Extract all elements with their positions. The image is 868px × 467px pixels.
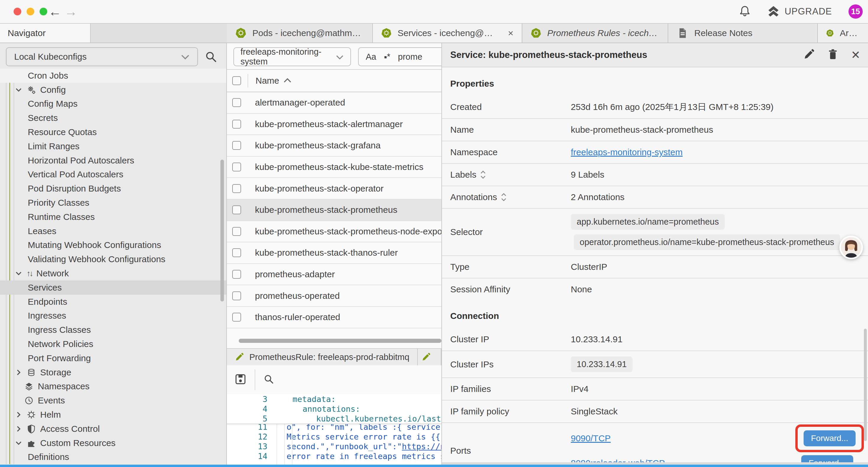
sidebar-item-access-control[interactable]: Access Control bbox=[0, 422, 227, 436]
row-checkbox[interactable] bbox=[232, 184, 241, 193]
sidebar-item-validating-webhook-configurations[interactable]: Validating Webhook Configurations bbox=[0, 252, 227, 266]
chevron-down-icon[interactable] bbox=[15, 86, 23, 94]
sidebar-item-events[interactable]: Events bbox=[0, 393, 227, 408]
sidebar-item-limit-ranges[interactable]: Limit Ranges bbox=[0, 139, 227, 153]
sidebar-item-helm[interactable]: Helm bbox=[0, 408, 227, 422]
notifications-bell-icon[interactable] bbox=[739, 5, 751, 18]
horizontal-scrollbar[interactable] bbox=[239, 339, 441, 343]
sidebar-item-custom-resources[interactable]: Custom Resources bbox=[0, 436, 227, 450]
chevron-right-icon[interactable] bbox=[15, 411, 23, 418]
forward-button[interactable]: Forward... bbox=[804, 430, 856, 446]
table-row[interactable]: kube-prometheus-stack-thanos-ruler bbox=[227, 242, 441, 264]
chevron-down-icon[interactable] bbox=[15, 439, 23, 447]
delete-icon[interactable] bbox=[827, 49, 838, 61]
table-row[interactable]: kube-prometheus-stack-grafana bbox=[227, 135, 441, 157]
sort-updown-icon[interactable] bbox=[480, 171, 486, 179]
editor-search-icon[interactable] bbox=[263, 373, 275, 386]
chevron-down-icon[interactable] bbox=[15, 269, 23, 277]
sort-updown-icon[interactable] bbox=[500, 193, 507, 201]
sidebar-item-ingress-classes[interactable]: Ingress Classes bbox=[0, 323, 227, 337]
back-icon[interactable]: ← bbox=[49, 4, 61, 19]
sidebar-item-runtime-classes[interactable]: Runtime Classes bbox=[0, 210, 227, 224]
editor-tab-partial[interactable] bbox=[418, 349, 441, 365]
sidebar-item-network[interactable]: ↑↓Network bbox=[0, 266, 227, 281]
notification-count-badge[interactable]: 15 bbox=[848, 4, 863, 19]
row-checkbox[interactable] bbox=[232, 270, 241, 279]
port-link[interactable]: 9090/TCP bbox=[571, 433, 611, 443]
sidebar-item-resource-quotas[interactable]: Resource Quotas bbox=[0, 125, 227, 139]
window-tab-1[interactable]: Services - icecheng@math...× bbox=[373, 24, 522, 42]
window-tab-4[interactable]: Argo Se bbox=[818, 24, 868, 42]
name-column-header[interactable]: Name bbox=[255, 76, 279, 86]
window-tab-0[interactable]: Pods - icecheng@mathmas... bbox=[227, 24, 373, 42]
row-checkbox[interactable] bbox=[232, 248, 241, 257]
search-icon[interactable] bbox=[205, 50, 217, 64]
sidebar-item-config-maps[interactable]: Config Maps bbox=[0, 97, 227, 111]
sidebar-item-port-forwarding[interactable]: Port Forwarding bbox=[0, 351, 227, 365]
sidebar-item-pod-disruption-budgets[interactable]: Pod Disruption Budgets bbox=[0, 181, 227, 196]
sidebar-item-config[interactable]: Config bbox=[0, 83, 227, 97]
row-checkbox[interactable] bbox=[232, 98, 241, 107]
kubeconfig-selector[interactable]: Local Kubeconfigs bbox=[6, 47, 198, 66]
sidebar-item-namespaces[interactable]: Namespaces bbox=[0, 380, 227, 394]
sidebar-item-ingresses[interactable]: Ingresses bbox=[0, 309, 227, 323]
window-tab-3[interactable]: Release Notes bbox=[668, 24, 818, 42]
sidebar-item-vertical-pod-autoscalers[interactable]: Vertical Pod Autoscalers bbox=[0, 168, 227, 182]
table-row[interactable]: kube-prometheus-stack-alertmanager bbox=[227, 114, 441, 135]
filter-input[interactable]: Aa ▪* prome bbox=[358, 47, 441, 66]
navigator-panel-tab[interactable]: Navigator bbox=[0, 24, 91, 42]
row-checkbox[interactable] bbox=[232, 141, 241, 150]
upgrade-button[interactable]: UPGRADE bbox=[767, 6, 832, 18]
table-row[interactable]: kube-prometheus-stack-prometheus-node-ex… bbox=[227, 221, 441, 243]
sidebar-item-definitions[interactable]: Definitions bbox=[0, 450, 227, 464]
editor-tab[interactable]: PrometheusRule: freeleaps-prod-rabbitmq bbox=[227, 349, 418, 365]
editor-link[interactable]: https://net bbox=[402, 442, 441, 451]
edit-icon[interactable] bbox=[803, 49, 815, 61]
sidebar-item-leases[interactable]: Leases bbox=[0, 224, 227, 238]
sidebar-item-priority-classes[interactable]: Priority Classes bbox=[0, 196, 227, 210]
table-row[interactable]: kube-prometheus-stack-prometheus bbox=[227, 200, 441, 221]
tab-close-icon[interactable]: × bbox=[508, 28, 514, 39]
sidebar-item-horizontal-pod-autoscalers[interactable]: Horizontal Pod Autoscalers bbox=[0, 153, 227, 168]
table-row[interactable]: kube-prometheus-stack-operator bbox=[227, 178, 441, 200]
select-all-checkbox[interactable] bbox=[232, 76, 241, 85]
namespace-link[interactable]: freeleaps-monitoring-system bbox=[571, 147, 682, 157]
match-case-icon[interactable]: Aa bbox=[366, 52, 376, 62]
regex-icon[interactable]: ▪* bbox=[384, 52, 390, 62]
chevron-right-icon[interactable] bbox=[15, 369, 23, 376]
sidebar-item-mutating-webhook-configurations[interactable]: Mutating Webhook Configurations bbox=[0, 238, 227, 253]
table-row[interactable]: prometheus-adapter bbox=[227, 264, 441, 286]
namespace-selector[interactable]: freeleaps-monitoring-system bbox=[234, 47, 351, 66]
table-row[interactable]: thanos-ruler-operated bbox=[227, 307, 441, 328]
user-avatar[interactable] bbox=[839, 235, 863, 261]
close-window-button[interactable] bbox=[13, 8, 21, 16]
close-icon[interactable]: ✕ bbox=[851, 49, 860, 61]
table-row[interactable]: alertmanager-operated bbox=[227, 92, 441, 114]
editor-line: 11o", for: "nm", labels :{ service : bbox=[227, 424, 441, 432]
detail-row: Labels9 Labels bbox=[442, 163, 868, 185]
sidebar-item-services[interactable]: Services bbox=[0, 281, 227, 295]
pencil-icon bbox=[235, 352, 244, 362]
minimize-window-button[interactable] bbox=[27, 8, 34, 16]
zoom-window-button[interactable] bbox=[39, 8, 47, 16]
row-checkbox[interactable] bbox=[232, 313, 241, 322]
yaml-editor[interactable]: 3metadata:4annotations:5kubectl.kubernet… bbox=[227, 394, 441, 467]
window-tab-2[interactable]: Prometheus Rules - icecheng... bbox=[522, 24, 668, 42]
table-row[interactable]: prometheus-operated bbox=[227, 285, 441, 307]
detail-scrollbar[interactable] bbox=[864, 329, 867, 441]
sidebar-item-cron-jobs[interactable]: Cron Jobs bbox=[0, 68, 227, 83]
sidebar-item-network-policies[interactable]: Network Policies bbox=[0, 337, 227, 351]
chevron-right-icon[interactable] bbox=[15, 425, 23, 433]
table-row[interactable]: kube-prometheus-stack-kube-state-metrics bbox=[227, 157, 441, 178]
row-checkbox[interactable] bbox=[232, 163, 241, 171]
sidebar-item-endpoints[interactable]: Endpoints bbox=[0, 295, 227, 309]
row-checkbox[interactable] bbox=[232, 205, 241, 214]
row-checkbox[interactable] bbox=[232, 120, 241, 128]
sidebar-scrollbar[interactable] bbox=[220, 159, 224, 301]
sidebar-item-secrets[interactable]: Secrets bbox=[0, 111, 227, 125]
row-checkbox[interactable] bbox=[232, 227, 241, 236]
row-checkbox[interactable] bbox=[232, 291, 241, 300]
save-icon[interactable] bbox=[234, 373, 247, 387]
sort-ascending-icon[interactable] bbox=[283, 78, 291, 84]
sidebar-item-storage[interactable]: Storage bbox=[0, 365, 227, 380]
